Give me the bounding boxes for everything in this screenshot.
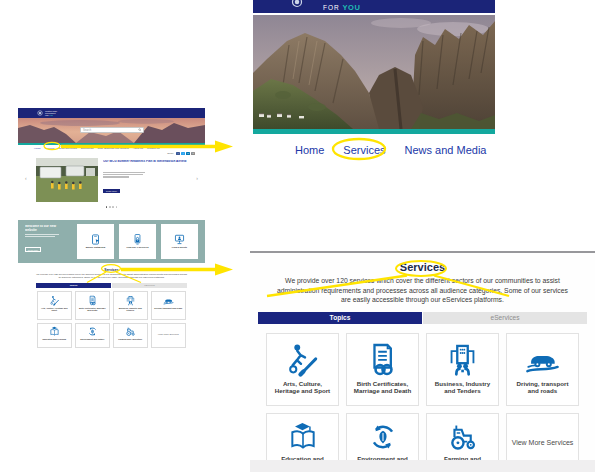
card-facility[interactable]: Find a facility [161,224,198,259]
nav-item-jobs[interactable]: Jobs, Business and Tenders [98,147,129,150]
teal-divider [253,129,495,134]
header-bar: FOR YOU [253,0,495,13]
carousel-dot[interactable] [112,206,114,208]
carousel-prev-icon[interactable]: ‹ [25,176,27,181]
birth-certificates-icon [364,341,401,378]
education-icon [49,326,60,337]
facebook-icon[interactable]: f [176,152,180,156]
linkedin-icon[interactable]: in [186,152,190,156]
tile-farming[interactable]: Farming and Agriculture [113,323,149,348]
tile-view-more[interactable]: View More Services [151,323,187,348]
services-description: We provide over 120 services which cover… [35,273,188,281]
tile-arts[interactable]: Arts, Culture, Heritage and Sport [266,333,339,406]
table-mountain-photo [253,15,495,129]
tile-business[interactable]: Business, Industry and Tenders [426,333,499,406]
zoomed-services-screenshot: Services We provide over 120 services wh… [250,251,595,472]
arrowhead-icon [215,264,233,276]
news-carousel: ‹ Our WCG Summer Readiness Plan at Stell… [18,156,205,210]
arrowhead-icon [215,141,233,153]
logo-tagline: FOR YOU [323,3,360,12]
tile-driving[interactable]: Driving, transport and roads [506,333,579,406]
mini-hero-image: Search [18,118,205,143]
card-label: Find our e-Services [124,247,150,250]
tile-label: Arts, Culture, Heritage and Sport [267,378,338,395]
tile-education[interactable]: Education and Learning [37,323,73,348]
carousel-next-icon[interactable]: › [196,176,198,181]
welcome-banner: Welcome to our new website Read more Mob… [18,220,205,263]
spacer [18,210,205,220]
tab-eservices[interactable]: eServices [112,283,187,288]
driving-transport-icon [524,341,561,378]
arts-culture-sport-icon [49,295,60,306]
share-label: Share [167,152,173,155]
arts-culture-sport-icon [284,341,321,378]
mini-logo: Western Cape Government FOR YOU [45,110,57,116]
mini-services-section: Services We provide over 120 services wh… [18,263,205,348]
services-tabs: Topics eServices [258,312,587,324]
nav-item-news[interactable]: News and Media [58,147,77,150]
zoomed-nav-screenshot: FOR YOU [253,0,495,160]
government-emblem-icon [291,0,303,8]
services-heading: Services [250,261,595,273]
tab-topics[interactable]: Topics [258,312,422,324]
page-background-strip [250,460,595,472]
education-icon [287,421,319,453]
tab-eservices[interactable]: eServices [423,312,587,324]
tile-label: View More Services [156,333,181,337]
card-eservices[interactable]: Find our e-Services [119,224,156,259]
text-line [25,236,55,237]
twitter-icon[interactable]: t [181,152,185,156]
business-industry-icon [444,341,481,378]
nav-item-services[interactable]: Services [343,144,385,156]
nav-item-home[interactable]: Home [295,144,324,156]
tutorial-figure: Western Cape Government FOR YOU [0,0,600,472]
monitor-person-icon [173,233,186,246]
text-line [103,176,129,177]
read-more-button[interactable]: Read more [103,189,120,194]
tab-topics[interactable]: Topics [36,283,111,288]
tile-business[interactable]: Business, Industry and Tenders [113,291,149,320]
mini-header-bar: Western Cape Government FOR YOU [18,108,205,118]
carousel-dots [18,206,205,208]
business-industry-icon [125,295,136,306]
welcome-title: Welcome to our new website [25,225,67,233]
search-input[interactable]: Search [80,127,144,133]
nav-item-about[interactable]: About Us [133,147,143,150]
email-icon[interactable]: ✉ [191,152,195,156]
tile-environment[interactable]: Environment and Nature [75,323,111,348]
nav-item-news[interactable]: News and Media [405,144,487,156]
mini-services-grid: Arts, Culture, Heritage and Sport Birth … [37,291,187,348]
tagline-you: YOU [49,114,53,116]
tile-label: Farming and Agriculture [116,337,144,341]
environment-icon [87,326,98,337]
tile-certificates[interactable]: Birth Certificates, Marriage and Death [346,333,419,406]
farming-icon [125,326,136,337]
tile-label: Birth Certificates, Marriage and Death [76,306,110,312]
tile-label: Driving, transport and roads [507,378,578,395]
phone-lock-icon [131,233,144,246]
text-line [25,234,59,235]
card-label: Find a facility [170,247,189,250]
tile-label: Arts, Culture, Heritage and Sport [38,306,72,312]
tile-arts[interactable]: Arts, Culture, Heritage and Sport [37,291,73,320]
carousel-dot[interactable] [116,206,118,208]
tile-certificates[interactable]: Birth Certificates, Marriage and Death [75,291,111,320]
card-mobile-optimised[interactable]: Mobile optimised [77,224,114,259]
birth-certificates-icon [87,295,98,306]
text-line [103,174,143,175]
nav-item-services[interactable]: Services [45,147,55,150]
carousel-dot[interactable] [106,206,108,208]
nav-item-contact[interactable]: Contact Us [147,147,159,150]
nav-item-documents[interactable]: Documents [81,147,94,150]
services-grid: Arts, Culture, Heritage and Sport Birth … [266,333,579,472]
tile-driving[interactable]: Driving, transport and roads [151,291,187,320]
carousel-dot[interactable] [109,206,111,208]
welcome-read-more-button[interactable]: Read more [25,247,41,252]
welcome-text-block: Welcome to our new website Read more [25,224,67,259]
carousel-article: Our WCG Summer Readiness Plan at Stellen… [103,158,191,210]
tile-label: View More Services [508,437,578,447]
search-icon [138,128,142,132]
welcome-cards: Mobile optimised Find our e-Services Fin… [72,224,198,259]
farming-icon [447,421,479,453]
nav-item-home[interactable]: Home [34,147,41,150]
